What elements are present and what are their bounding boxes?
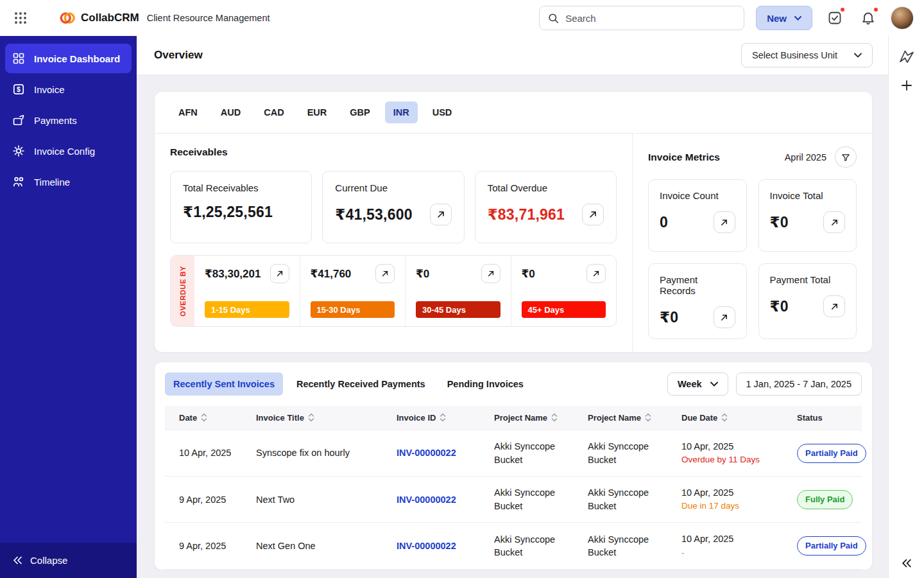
svg-text:$: $	[17, 85, 21, 93]
aging-badge-1-15: 1-15 Days	[205, 301, 289, 318]
metrics-filter-button[interactable]	[835, 146, 857, 168]
tab-pending-invoices[interactable]: Pending Invoices	[439, 372, 532, 396]
status-badge: Partially Paid	[797, 536, 866, 556]
open-current-due-button[interactable]	[430, 204, 452, 225]
open-invoice-total-button[interactable]	[823, 211, 845, 233]
tab-recently-received-payments[interactable]: Recently Received Payments	[288, 372, 434, 396]
user-avatar[interactable]	[891, 6, 914, 30]
currency-tab-cad[interactable]: CAD	[255, 101, 292, 123]
right-rail	[888, 36, 924, 578]
card-label: Invoice Total	[770, 190, 846, 201]
column-header-project-name-2[interactable]: Project Name	[583, 406, 676, 430]
assistant-bird-button[interactable]	[898, 49, 915, 64]
overview-card: AFN AUD CAD EUR GBP INR USD Receivables …	[154, 91, 873, 353]
sidebar-item-timeline[interactable]: Timeline	[5, 167, 132, 197]
column-header-invoice-id[interactable]: Invoice ID	[391, 406, 489, 430]
cell-due-date: 10 Apr, 2025 Overdue by 11 Days	[676, 430, 792, 477]
main-content: Overview Select Business Unit AFN AUD CA…	[137, 36, 888, 578]
open-aging-45-plus-button[interactable]	[586, 264, 606, 283]
currency-tab-aud[interactable]: AUD	[212, 101, 249, 123]
bell-icon	[860, 10, 876, 26]
range-mode-select[interactable]: Week	[667, 372, 728, 396]
panel-collapse-button[interactable]	[902, 559, 912, 568]
sidebar-item-label: Invoice Dashboard	[34, 53, 120, 64]
sort-icon[interactable]	[721, 413, 728, 422]
add-widget-button[interactable]	[901, 80, 912, 91]
sidebar-item-invoice[interactable]: $ Invoice	[5, 74, 132, 104]
due-note: Due in 17 days	[681, 500, 787, 512]
open-invoice-count-button[interactable]	[714, 211, 735, 233]
table-row[interactable]: 9 Apr, 2025 Next Gen One INV-00000022 Ak…	[165, 523, 862, 569]
column-header-project-name-1[interactable]: Project Name	[489, 406, 583, 430]
arrow-up-right-icon	[720, 313, 728, 322]
table-row[interactable]: 9 Apr, 2025 Next Two INV-00000022 Akki S…	[165, 477, 862, 523]
double-chevron-left-icon	[902, 559, 912, 568]
currency-tab-gbp[interactable]: GBP	[341, 101, 378, 123]
invoice-id-link[interactable]: INV-00000022	[397, 541, 456, 551]
cell-project-name: Akki Synccope Bucket	[583, 430, 676, 477]
cell-due-date: 10 Apr, 2025 Due in 17 days	[676, 477, 792, 523]
brand: CollabCRM Client Resource Management	[59, 10, 270, 26]
notifications-button[interactable]	[857, 7, 879, 29]
card-label: Total Overdue	[488, 182, 604, 193]
chevron-down-icon	[854, 53, 862, 58]
card-label: Total Receivables	[183, 182, 299, 193]
arrow-up-right-icon	[830, 302, 839, 311]
date-range-button[interactable]: 1 Jan, 2025 - 7 Jan, 2025	[736, 372, 862, 396]
invoice-id-link[interactable]: INV-00000022	[397, 448, 456, 458]
invoices-card: Recently Sent Invoices Recently Received…	[154, 362, 873, 570]
open-aging-1-15-button[interactable]	[270, 264, 289, 283]
due-note: Overdue by 11 Days	[681, 454, 787, 466]
column-header-date[interactable]: Date	[165, 406, 251, 430]
cell-date: 10 Apr, 2025	[165, 430, 251, 477]
arrow-up-right-icon	[720, 218, 728, 227]
column-header-due-date[interactable]: Due Date	[676, 406, 792, 430]
open-aging-30-45-button[interactable]	[481, 264, 501, 283]
new-button[interactable]: New	[756, 6, 812, 30]
business-unit-select[interactable]: Select Business Unit	[741, 43, 873, 67]
cell-date: 9 Apr, 2025	[165, 477, 251, 523]
sidebar-item-invoice-dashboard[interactable]: Invoice Dashboard	[5, 44, 132, 73]
open-aging-15-30-button[interactable]	[375, 264, 395, 283]
open-payment-total-button[interactable]	[823, 295, 845, 317]
total-receivables-value: ₹1,25,25,561	[183, 204, 273, 221]
sort-icon[interactable]	[551, 413, 558, 422]
currency-tab-inr[interactable]: INR	[385, 101, 418, 123]
currency-tab-usd[interactable]: USD	[424, 101, 461, 123]
sidebar-item-invoice-config[interactable]: Invoice Config	[5, 136, 132, 166]
apps-grid-button[interactable]	[10, 8, 31, 28]
invoice-count-value: 0	[660, 214, 668, 231]
card-label: Current Due	[335, 182, 451, 193]
currency-tab-afn[interactable]: AFN	[170, 101, 206, 123]
cell-project-name: Akki Synccope Bucket	[489, 477, 583, 523]
page-header: Overview Select Business Unit	[137, 36, 888, 75]
tab-recently-sent-invoices[interactable]: Recently Sent Invoices	[165, 372, 283, 396]
currency-tab-eur[interactable]: EUR	[299, 101, 336, 123]
column-header-invoice-title[interactable]: Invoice Title	[251, 406, 391, 430]
search-input[interactable]	[565, 13, 736, 24]
sidebar-item-payments[interactable]: Payments	[5, 105, 132, 135]
sidebar-collapse-button[interactable]: Collapse	[0, 543, 137, 578]
sort-icon[interactable]	[645, 413, 651, 422]
arrow-up-right-icon	[381, 270, 389, 277]
open-total-overdue-button[interactable]	[582, 204, 604, 225]
invoice-id-link[interactable]: INV-00000022	[397, 495, 456, 505]
card-label: Invoice Count	[660, 190, 735, 201]
sort-icon[interactable]	[440, 413, 446, 422]
filter-funnel-icon	[841, 153, 850, 162]
bird-icon	[898, 49, 915, 64]
invoice-metrics-title: Invoice Metrics	[648, 152, 720, 163]
current-due-card: Current Due ₹41,53,600	[322, 171, 464, 243]
collapse-label: Collapse	[30, 555, 67, 566]
open-payment-records-button[interactable]	[714, 306, 735, 328]
overdue-by-label: OVERDUE BY	[179, 266, 187, 317]
sort-icon[interactable]	[308, 413, 314, 422]
aging-amount: ₹83,30,201	[205, 267, 261, 281]
table-row[interactable]: 10 Apr, 2025 Synscope fix on hourly INV-…	[165, 430, 862, 477]
chevron-down-icon	[710, 381, 718, 387]
receivables-title: Receivables	[170, 146, 617, 158]
aging-bucket-30-45: ₹0 30-45 Days	[405, 256, 511, 326]
tasks-button[interactable]	[824, 7, 846, 29]
payment-records-value: ₹0	[660, 309, 678, 326]
sort-icon[interactable]	[201, 413, 207, 422]
